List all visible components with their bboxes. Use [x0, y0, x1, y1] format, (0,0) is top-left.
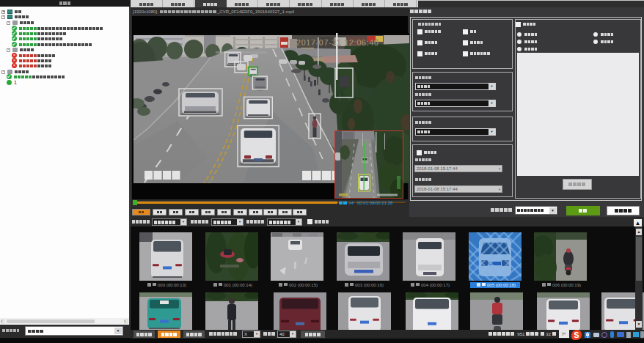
svg-text:2017-07-31 12:06:40: 2017-07-31 12:06:40 — [296, 38, 379, 47]
